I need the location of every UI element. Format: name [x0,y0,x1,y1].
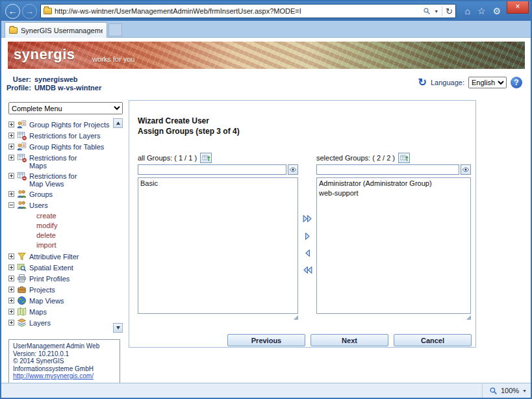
zoom-control[interactable]: 100% ▼ [482,383,527,398]
expand-icon[interactable] [8,191,14,197]
sidebar-item-layers[interactable]: Layers [8,318,111,328]
map-views-icon [17,296,27,305]
list-item[interactable]: Basic [140,179,296,188]
back-button[interactable]: ← [5,4,20,19]
expand-icon[interactable] [8,320,14,326]
expand-icon[interactable] [8,133,14,138]
search-icon[interactable] [423,7,431,15]
selected-groups-header: selected Groups: ( 2 / 2 ) [316,153,410,163]
group-rights-tables-icon [17,142,27,151]
selected-groups-label: selected Groups: [316,154,370,162]
sidebar-item-label: Group Rights for Tables [29,142,104,151]
all-groups-filter-button[interactable] [288,164,298,175]
sidebar-item-group-rights-for-projects[interactable]: Group Rights for Projects [8,120,111,129]
synergis-link[interactable]: http://www.mysynergis.com/ [13,372,94,380]
address-bar-icons: ▼ ↻ [423,6,453,16]
maps-icon [17,307,27,316]
scroll-up-button[interactable] [113,118,123,128]
previous-button[interactable]: Previous [227,334,305,346]
next-button[interactable]: Next [310,334,388,346]
address-input[interactable] [55,7,420,15]
expand-icon[interactable] [8,287,14,292]
resize-grip[interactable] [466,315,471,320]
move-all-left-button[interactable] [302,264,313,276]
selected-groups-filter-button[interactable] [461,164,471,175]
move-selected-left-button[interactable] [302,248,313,259]
expand-icon[interactable] [8,173,14,179]
sidebar-item-print-profiles[interactable]: Print Profiles [8,274,111,283]
move-all-right-button[interactable] [302,213,313,224]
refresh-page-icon[interactable]: ↻ [418,77,427,88]
sidebar-item-restrictions-for-layers[interactable]: Restrictions for Layers [8,131,111,140]
browser-toolbar-icons: ⌂ ☆ ⚙ [464,6,501,16]
refresh-icon[interactable]: ↻ [446,7,453,16]
sidebar-item-import[interactable]: import [8,240,111,250]
sidebar-item-label: Print Profiles [29,274,70,283]
language-label: Language: [431,79,464,86]
all-groups-list[interactable]: Basic [138,177,298,314]
sidebar-item-maps[interactable]: Maps [8,307,111,316]
expand-icon[interactable] [8,298,14,303]
language-select[interactable]: English [468,77,507,88]
sidebar-item-modify[interactable]: modify [8,221,111,231]
expand-icon[interactable] [8,276,14,281]
sidebar-item-users[interactable]: Users [8,200,111,210]
sidebar-item-label: Projects [29,285,55,294]
sidebar-item-create[interactable]: create [8,211,111,221]
address-bar[interactable]: ▼ ↻ [40,4,456,18]
list-item[interactable]: Administrator (Administrator Group) [318,179,469,188]
sidebar-item-label: Group Rights for Projects [29,120,110,129]
selected-groups-list[interactable]: Administrator (Administrator Group) web-… [316,177,471,314]
tab-synergis-usermanagement[interactable]: SynerGIS Usermanagement ... [5,22,107,38]
sidebar-item-spatial-extent[interactable]: Spatial Extent [8,263,111,272]
language-bar: ↻ Language: English ? [418,77,522,88]
sidebar-item-label: Map Views [29,296,64,305]
all-groups-header: all Groups: ( 1 / 1 ) [138,153,212,163]
sidebar-item-projects[interactable]: Projects [8,285,111,294]
restrictions-map-views-icon [17,171,27,181]
collapse-icon[interactable] [8,202,14,208]
page: synergis works for you User: synergisweb… [1,38,531,383]
new-tab-button[interactable] [108,23,122,36]
reload-all-groups-button[interactable] [200,153,212,163]
tools-icon[interactable]: ⚙ [492,6,501,16]
sidebar-item-label: Restrictions for Maps [29,153,77,170]
banner-tagline: works for you [92,55,134,63]
expand-icon[interactable] [8,144,14,149]
sidebar-item-group-rights-for-tables[interactable]: Group Rights for Tables [8,142,111,151]
expand-icon[interactable] [8,253,14,259]
expand-icon[interactable] [8,155,14,161]
move-selected-right-button[interactable] [302,231,313,242]
sidebar-item-restrictions-for-map-views[interactable]: Restrictions for Map Views [8,171,111,188]
help-icon[interactable]: ? [511,77,522,88]
scroll-down-button[interactable] [113,323,123,333]
site-favicon [44,8,52,14]
all-groups-filter-input[interactable] [138,164,286,175]
sidebar-item-attributive-filter[interactable]: Attributive Filter [8,251,111,261]
all-groups-label: all Groups: [138,154,172,162]
expand-icon[interactable] [8,264,14,270]
menu-filter-select[interactable]: Complete Menu [8,102,123,114]
sidebar-item-restrictions-for-maps[interactable]: Restrictions for Maps [8,153,111,170]
expand-icon[interactable] [8,309,14,315]
search-dropdown-icon[interactable]: ▼ [434,9,438,14]
expand-icon[interactable] [8,122,14,127]
group-rights-projects-icon [17,120,27,129]
browser-window: ← → ▼ ↻ ⌂ ☆ ⚙ × SynerGIS Usermanagement … [0,0,532,399]
cancel-button[interactable]: Cancel [394,334,472,346]
all-groups-count: ( 1 / 1 ) [174,154,197,162]
close-button[interactable]: × [507,1,529,14]
sidebar-item-groups[interactable]: Groups [8,189,111,199]
reload-selected-groups-button[interactable] [398,153,410,163]
home-icon[interactable]: ⌂ [464,6,470,16]
profile-value: UMDB w-vs-wintner [34,84,101,92]
sidebar-item-delete[interactable]: delete [8,231,111,240]
resize-grip[interactable] [294,315,298,320]
list-item[interactable]: web-support [318,188,469,198]
sidebar-item-map-views[interactable]: Map Views [8,296,111,305]
selected-groups-filter-input[interactable] [316,164,459,175]
sidebar-item-label: Groups [29,189,53,198]
forward-button[interactable]: → [22,4,37,19]
tree-scrollbar[interactable] [113,118,123,333]
favorites-icon[interactable]: ☆ [477,6,486,16]
